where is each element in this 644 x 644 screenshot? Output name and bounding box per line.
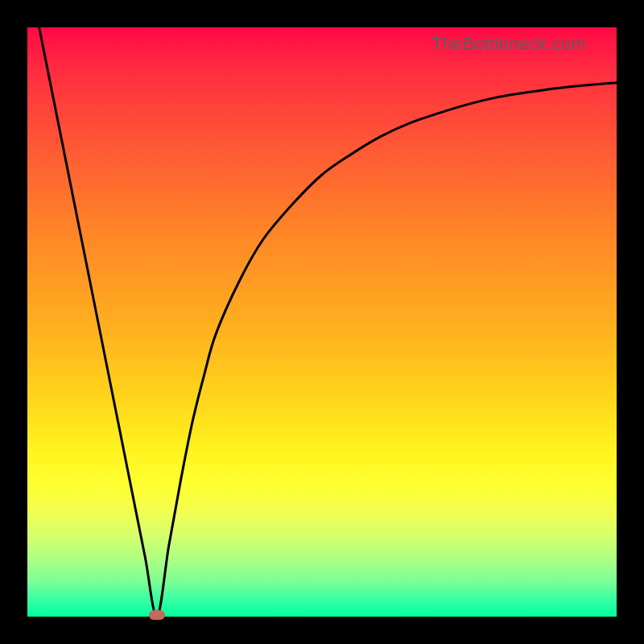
minimum-marker	[149, 610, 165, 620]
chart-container: TheBottleneck.com	[0, 0, 644, 644]
curve-svg	[27, 27, 617, 617]
bottleneck-curve	[39, 27, 617, 617]
plot-area: TheBottleneck.com	[27, 27, 617, 617]
